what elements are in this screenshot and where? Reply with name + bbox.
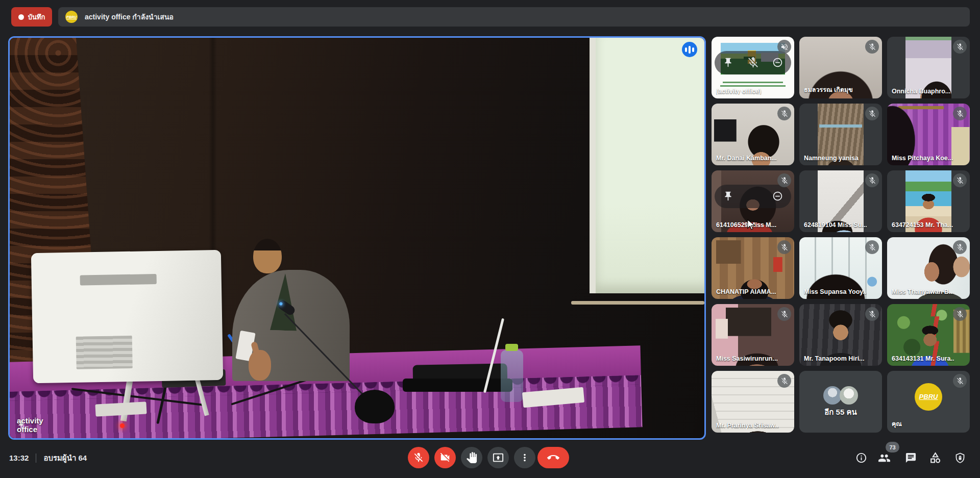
participant-name: Mr. Tanapoom Hiri... [804, 355, 867, 362]
tile-hover-controls [715, 185, 791, 208]
raise-hand-button[interactable] [461, 447, 482, 468]
end-call-icon [547, 451, 559, 464]
participant-tile-4[interactable]: Mr. Danai Kamban... [712, 104, 794, 165]
present-screen-button[interactable] [487, 447, 509, 468]
mic-toggle-button[interactable] [408, 447, 429, 468]
pin-button[interactable] [723, 191, 733, 202]
participant-name: 614106529 Miss M... [716, 221, 779, 229]
monitor-back [31, 250, 223, 383]
recording-label: บันทึก [28, 12, 45, 22]
participant-tile-1[interactable]: (activity office) [712, 37, 794, 98]
participant-name: Miss Pitchaya Koe... [892, 155, 954, 162]
participant-tile-18[interactable]: PBRU คุณ [887, 371, 970, 433]
participant-tile-10[interactable]: CHANATIP AIAMA... [712, 237, 794, 299]
mic-off-icon [413, 452, 424, 463]
more-options-button[interactable] [514, 447, 535, 468]
screen-rod [571, 301, 704, 305]
present-screen-icon [493, 452, 504, 463]
self-avatar: PBRU [915, 383, 942, 411]
presenting-banner: PBRU activity office กำลังนำเสนอ [58, 7, 970, 27]
mic-off-icon [865, 240, 879, 254]
participant-name: CHANATIP AIAMA... [716, 288, 779, 295]
remove-participant-button[interactable] [772, 191, 783, 202]
participant-tile-13[interactable]: Miss Sasiwirunrun... [712, 304, 794, 366]
recording-status-chip: บันทึก [11, 7, 52, 27]
tile-hover-controls [715, 51, 791, 74]
participant-tile-6[interactable]: Miss Pitchaya Koe... [887, 104, 970, 165]
mic-off-icon [777, 107, 791, 120]
microphone-base [355, 390, 395, 423]
mic-off-icon [865, 40, 879, 54]
participant-tile-16[interactable]: Mr. Prarinya Srisaw... [712, 371, 794, 433]
document-bag [403, 379, 512, 392]
mic-off-icon [953, 173, 967, 187]
show-everyone-button[interactable] [878, 451, 891, 464]
participant-tile-14[interactable]: Mr. Tanapoom Hiri... [799, 304, 882, 366]
pinned-presenter-video[interactable]: activity office [8, 36, 706, 440]
mic-off-icon [953, 374, 967, 388]
videocam-off-icon [439, 452, 451, 463]
participant-name: Mr. Danai Kamban... [716, 155, 779, 162]
participant-grid: (activity office) ธมลวรรณ เกิดมุข Onnich… [712, 37, 970, 433]
mic-off-icon [865, 307, 879, 321]
host-controls-button[interactable] [953, 451, 966, 464]
end-call-button[interactable] [537, 447, 569, 468]
mic-off-icon [953, 40, 967, 54]
participant-name: คุณ [892, 419, 954, 429]
more-options-icon [519, 452, 530, 463]
participant-tile-2[interactable]: ธมลวรรณ เกิดมุข [799, 37, 882, 98]
avatar [840, 386, 858, 405]
participant-name: Miss Supansa Yooy... [804, 288, 867, 295]
participant-name: อีก 55 คน [799, 406, 882, 418]
participant-name: Onnicha Buaphro... [892, 88, 954, 95]
participants-count-badge: 73 [886, 442, 899, 452]
mic-off-icon [777, 240, 791, 254]
chat-icon [905, 452, 917, 464]
mic-off-icon [953, 107, 967, 120]
host-controls-icon [954, 452, 966, 464]
participant-tile-5[interactable]: Namneung yanisa [799, 104, 882, 165]
participant-name: 624819104 Miss Su... [804, 221, 867, 229]
water-bottle [501, 350, 523, 402]
mic-off-icon [953, 240, 967, 254]
pin-button[interactable] [723, 57, 733, 68]
participant-name: Miss Thanyawan B... [892, 288, 954, 295]
mic-off-icon [777, 374, 791, 388]
call-bottom-bar: 13:32 อบรมผู้นำ 64 73 [0, 438, 980, 478]
meeting-name: อบรมผู้นำ 64 [43, 452, 87, 464]
participant-name: Namneung yanisa [804, 155, 867, 162]
meeting-details-button[interactable] [855, 451, 868, 464]
mute-button[interactable] [747, 56, 760, 69]
people-icon [878, 451, 891, 465]
participant-tile-15[interactable]: 634143131 Mr. Sura... [887, 304, 970, 366]
info-icon [855, 452, 867, 464]
presenting-label: activity office กำลังนำเสนอ [85, 11, 174, 22]
participant-name: Miss Sasiwirunrun... [716, 355, 779, 362]
participant-tile-12[interactable]: Miss Thanyawan B... [887, 237, 970, 299]
projection-screen [590, 38, 706, 293]
participant-tile-3[interactable]: Onnicha Buaphro... [887, 37, 970, 98]
overflow-avatars [823, 386, 858, 405]
participant-tile-7[interactable]: 614106529 Miss M... [712, 170, 794, 232]
chat-button[interactable] [904, 451, 917, 464]
participant-tile-9[interactable]: 634724153 Mr. Tha... [887, 170, 970, 232]
pinned-video-name: activity office [17, 416, 43, 434]
presenter-avatar: PBRU [65, 11, 78, 23]
audio-level-icon [682, 42, 697, 57]
record-dot-icon [18, 14, 24, 20]
camera-toggle-button[interactable] [434, 447, 456, 468]
participant-name: 634724153 Mr. Tha... [892, 221, 954, 229]
mic-off-icon [865, 107, 879, 120]
participant-tile-11[interactable]: Miss Supansa Yooy... [799, 237, 882, 299]
volume-off-icon [777, 40, 791, 54]
participant-tile-8[interactable]: 624819104 Miss Su... [799, 170, 882, 232]
participant-name: Mr. Prarinya Srisaw... [716, 422, 779, 429]
activities-button[interactable] [929, 451, 942, 464]
remove-participant-button[interactable] [772, 57, 783, 68]
presenter-hand [249, 350, 271, 381]
participant-name: 634143131 Mr. Sura... [892, 355, 954, 362]
meeting-meta: 13:32 อบรมผู้นำ 64 [9, 438, 87, 478]
mic-off-icon [953, 307, 967, 321]
participant-tile-17[interactable]: อีก 55 คน [799, 371, 882, 433]
clock: 13:32 [9, 454, 29, 462]
